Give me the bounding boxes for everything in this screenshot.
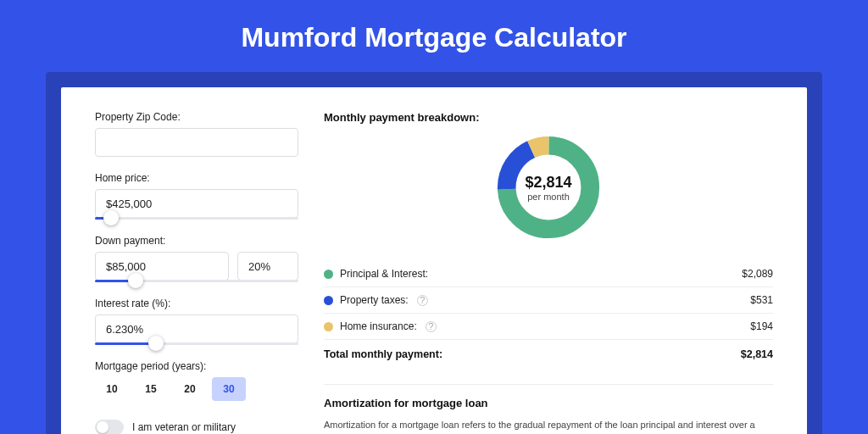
home-price-slider-thumb[interactable]: [103, 210, 119, 225]
period-btn-30[interactable]: 30: [212, 377, 246, 401]
period-group: Mortgage period (years): 10 15 20 30: [95, 360, 298, 401]
interest-group: Interest rate (%):: [95, 298, 298, 345]
zip-input[interactable]: [95, 128, 298, 157]
legend-label: Principal & Interest:: [340, 268, 428, 280]
legend-label: Property taxes:: [340, 294, 409, 306]
interest-slider-thumb[interactable]: [148, 336, 164, 351]
total-label: Total monthly payment:: [324, 348, 442, 360]
period-btn-10[interactable]: 10: [95, 377, 129, 401]
legend-value: $2,089: [742, 268, 773, 280]
home-price-input[interactable]: [95, 189, 298, 218]
info-icon[interactable]: ?: [417, 295, 428, 306]
total-value: $2,814: [741, 348, 773, 360]
input-column: Property Zip Code: Home price: Down paym…: [95, 111, 298, 434]
amortization-text: Amortization for a mortgage loan refers …: [324, 418, 773, 434]
dot-icon: [324, 296, 333, 305]
legend-row-taxes: Property taxes: ? $531: [324, 287, 773, 314]
breakdown-title: Monthly payment breakdown:: [324, 111, 773, 124]
donut-center: $2,814 per month: [493, 132, 604, 242]
interest-input[interactable]: [95, 314, 298, 343]
donut-sub: per month: [527, 192, 570, 202]
period-label: Mortgage period (years):: [95, 360, 298, 372]
down-payment-slider[interactable]: [95, 280, 298, 282]
home-price-slider[interactable]: [95, 217, 298, 220]
dot-icon: [324, 322, 333, 331]
down-payment-pct-input[interactable]: [237, 252, 298, 281]
down-payment-slider-thumb[interactable]: [128, 273, 143, 288]
amortization-title: Amortization for mortgage loan: [324, 384, 773, 409]
down-payment-input[interactable]: [95, 252, 229, 281]
breakdown-column: Monthly payment breakdown: $2,814 per mo…: [324, 111, 773, 434]
period-options: 10 15 20 30: [95, 377, 298, 401]
home-price-label: Home price:: [95, 172, 298, 184]
legend-row-principal: Principal & Interest: $2,089: [324, 261, 773, 287]
total-row: Total monthly payment: $2,814: [324, 340, 773, 374]
calculator-card: Property Zip Code: Home price: Down paym…: [61, 87, 807, 434]
interest-slider-fill: [95, 342, 156, 345]
legend-value: $531: [750, 294, 773, 306]
period-btn-15[interactable]: 15: [134, 377, 168, 401]
zip-label: Property Zip Code:: [95, 111, 298, 123]
card-backdrop: Property Zip Code: Home price: Down paym…: [46, 72, 822, 434]
legend-value: $194: [750, 320, 773, 332]
legend-label: Home insurance:: [340, 320, 417, 332]
veteran-row: I am veteran or military: [95, 420, 298, 434]
home-price-group: Home price:: [95, 172, 298, 220]
legend-row-insurance: Home insurance: ? $194: [324, 314, 773, 340]
down-payment-group: Down payment:: [95, 235, 298, 282]
donut-chart: $2,814 per month: [493, 132, 604, 242]
donut-chart-wrap: $2,814 per month: [324, 132, 773, 242]
dot-icon: [324, 270, 333, 279]
info-icon[interactable]: ?: [426, 321, 437, 332]
veteran-label: I am veteran or military: [132, 421, 236, 433]
interest-label: Interest rate (%):: [95, 298, 298, 309]
period-btn-20[interactable]: 20: [173, 377, 207, 401]
donut-amount: $2,814: [525, 174, 571, 192]
zip-group: Property Zip Code:: [95, 111, 298, 157]
page-title: Mumford Mortgage Calculator: [0, 0, 868, 72]
veteran-toggle[interactable]: [95, 420, 124, 434]
veteran-toggle-knob: [97, 421, 108, 433]
interest-slider[interactable]: [95, 342, 298, 345]
down-payment-label: Down payment:: [95, 235, 298, 247]
